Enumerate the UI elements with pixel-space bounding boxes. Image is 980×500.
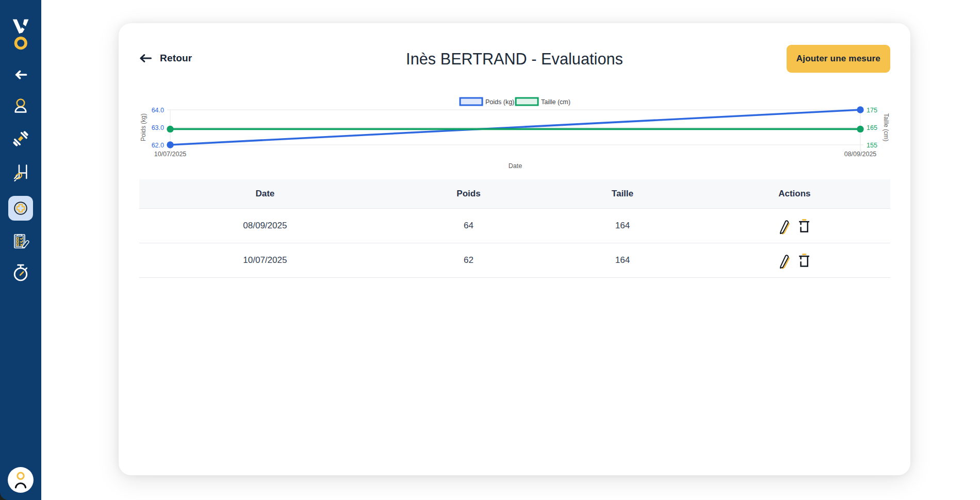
avatar-person-icon <box>8 467 34 493</box>
chart-left-tick-label: 62.0 <box>152 142 164 149</box>
chart-legend-swatch <box>516 98 538 105</box>
column-header-date: Date <box>139 179 391 208</box>
chart-legend-label: Poids (kg) <box>485 98 514 106</box>
edit-pencil-icon <box>778 252 791 269</box>
chart-right-tick-label: 165 <box>867 124 877 131</box>
column-header-taille: Taille <box>546 179 699 208</box>
content-card: Retour Inès BERTRAND - Evaluations Ajout… <box>119 23 910 475</box>
app-logo <box>0 15 41 52</box>
table-body: 08/09/202564164 10/07/202562164 <box>139 208 890 277</box>
dumbbell-icon <box>11 129 30 148</box>
cell-poids: 62 <box>391 243 546 277</box>
edit-pencil-icon <box>778 217 791 235</box>
edit-button[interactable] <box>778 217 791 235</box>
sidebar-item-forms[interactable] <box>0 229 41 254</box>
column-header-poids: Poids <box>391 179 546 208</box>
chart-right-tick-label: 175 <box>867 107 877 114</box>
cell-taille: 164 <box>546 243 699 277</box>
back-arrow-icon <box>14 69 27 80</box>
chart-right-tick-label: 155 <box>867 142 877 149</box>
chart-right-axis-title: Taille (cm) <box>883 113 890 142</box>
delete-button[interactable] <box>797 218 811 234</box>
chart-left-tick-label: 63.0 <box>152 124 164 131</box>
cell-poids: 64 <box>391 208 546 243</box>
add-measure-button[interactable]: Ajouter une mesure <box>787 45 890 73</box>
chart-data-point <box>857 106 863 113</box>
chart-left-tick-label: 64.0 <box>152 107 164 114</box>
chart-data-point <box>167 126 173 132</box>
rugby-icon <box>8 161 33 186</box>
user-avatar[interactable] <box>8 467 34 493</box>
vo-logo-icon <box>8 15 34 52</box>
chart-x-axis-title: Date <box>509 162 522 170</box>
sidebar-item-timer[interactable] <box>0 262 41 286</box>
table-header-row: DatePoidsTailleActions <box>139 179 890 208</box>
chart-x-tick-label: 10/07/2025 <box>154 151 187 158</box>
cell-actions <box>699 243 890 277</box>
chart-legend-label: Taille (cm) <box>541 98 570 106</box>
chart-data-point <box>857 126 863 132</box>
sidebar-item-rugby[interactable] <box>0 161 41 186</box>
delete-trash-icon <box>797 253 811 268</box>
sidebar-item-evaluations[interactable] <box>8 196 33 221</box>
delete-button[interactable] <box>797 253 811 268</box>
chart-legend-swatch <box>460 98 482 105</box>
clipboard-checklist-icon <box>9 230 32 253</box>
cell-actions <box>699 208 890 243</box>
cell-date: 08/09/2025 <box>139 208 391 243</box>
table-row: 10/07/202562164 <box>139 243 890 277</box>
delete-trash-icon <box>797 218 811 234</box>
sidebar <box>0 0 41 500</box>
chart-data-point <box>167 141 173 148</box>
table-row: 08/09/202564164 <box>139 208 890 243</box>
measures-table: DatePoidsTailleActions 08/09/202564164 1… <box>139 179 890 278</box>
table-head: DatePoidsTailleActions <box>139 179 890 208</box>
sidebar-item-back[interactable] <box>0 68 41 82</box>
line-chart: 64.063.062.017516515510/07/202508/09/202… <box>139 95 890 173</box>
evolution-chart: 64.063.062.017516515510/07/202508/09/202… <box>139 95 890 173</box>
sidebar-item-training[interactable] <box>0 129 41 148</box>
edit-button[interactable] <box>778 252 791 269</box>
cell-taille: 164 <box>546 208 699 243</box>
sidebar-item-athletes[interactable] <box>0 97 41 116</box>
column-header-actions: Actions <box>699 179 890 208</box>
medical-plus-icon <box>13 201 28 216</box>
cell-date: 10/07/2025 <box>139 243 391 277</box>
stopwatch-icon <box>10 262 31 285</box>
person-icon <box>12 97 29 116</box>
chart-x-tick-label: 08/09/2025 <box>844 151 877 158</box>
chart-left-axis-title: Poids (kg) <box>140 113 147 141</box>
